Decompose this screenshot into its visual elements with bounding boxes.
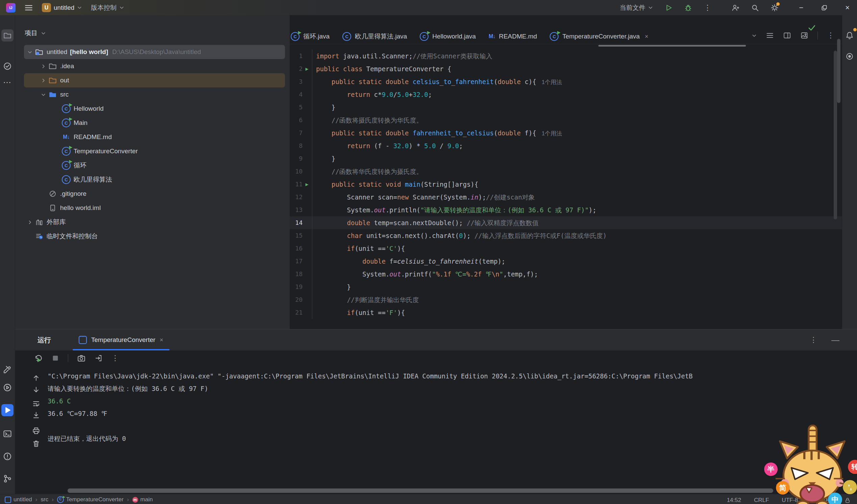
tree-item-README.md[interactable]: M↓README.md <box>24 130 285 144</box>
ime-badge-中[interactable]: 中 <box>828 492 842 504</box>
run-line-icon[interactable]: ▶ <box>303 63 311 75</box>
code-line-8[interactable]: 8 return (f - 32.0) * 5.0 / 9.0; <box>290 139 842 152</box>
chevron-down-icon[interactable] <box>41 31 46 36</box>
main-menu-icon[interactable] <box>24 3 33 12</box>
editor-scrollbar[interactable] <box>834 51 837 219</box>
code-line-20[interactable]: 20 //判断温度并输出华氏度 <box>290 293 842 306</box>
tab-close-icon[interactable]: × <box>645 33 649 40</box>
tree-item-Helloworld[interactable]: C▶Helloworld <box>24 102 285 116</box>
add-user-icon[interactable] <box>732 4 739 12</box>
commit-tool-icon[interactable] <box>1 60 14 72</box>
tree-item-hello world.iml[interactable]: hello world.iml <box>24 201 285 215</box>
run-line-icon[interactable]: ▶ <box>303 178 311 191</box>
ime-badge-’,[interactable]: ’, <box>843 480 857 494</box>
code-line-2[interactable]: 2▶public class TemperatureConverter { <box>290 63 842 75</box>
stop-button[interactable] <box>52 354 59 362</box>
breadcrumb-TemperatureConverter[interactable]: C▶TemperatureConverter <box>57 496 123 503</box>
run-tool-icon[interactable] <box>1 404 14 416</box>
vcs-widget[interactable]: 版本控制 <box>91 3 124 12</box>
console-more-icon[interactable]: ⋮ <box>112 354 119 363</box>
tree-item-外部库[interactable]: 外部库 <box>24 215 285 229</box>
export-console-button[interactable] <box>95 354 103 362</box>
code-line-6[interactable]: 6 //函数将摄氏度转换为华氏度。 <box>290 114 842 127</box>
tree-item-out[interactable]: out <box>24 73 285 87</box>
ime-badge-简[interactable]: 简 <box>776 481 789 494</box>
terminal-tool-icon[interactable] <box>1 428 14 440</box>
run-config-selector[interactable]: 当前文件 <box>620 3 653 12</box>
code-line-7[interactable]: 7 public static double fahrenheit_to_cel… <box>290 127 842 139</box>
editor-tab-Helloworld.java[interactable]: C▶Helloworld.java <box>413 29 482 44</box>
editor-tab-循环.java[interactable]: C▶循环.java <box>284 29 336 44</box>
services-tool-icon[interactable] <box>1 382 14 393</box>
code-line-1[interactable]: 1import java.util.Scanner;//使用Scanner类获取… <box>290 50 842 63</box>
line-ending[interactable]: CRLF <box>754 497 769 504</box>
open-in-preview-icon[interactable] <box>800 31 808 39</box>
hide-tabs-chevron-icon[interactable] <box>752 33 757 38</box>
tree-item-TemperatureConverter[interactable]: C▶TemperatureConverter <box>24 144 285 158</box>
breadcrumb-main[interactable]: mmain <box>132 496 153 503</box>
rerun-button[interactable] <box>34 354 43 363</box>
clear-console-icon[interactable] <box>32 439 40 448</box>
code-line-5[interactable]: 5 } <box>290 101 842 114</box>
tree-item-.idea[interactable]: .idea <box>24 59 285 73</box>
code-line-18[interactable]: 18 System.out.printf("%.1f ℃=%.2f ℉\n",t… <box>290 268 842 281</box>
tree-item-欧几里得算法[interactable]: C欧几里得算法 <box>24 172 285 187</box>
code-line-11[interactable]: 11▶ public static void main(String[]args… <box>290 178 842 191</box>
code-line-19[interactable]: 19 } <box>290 281 842 293</box>
caret-position[interactable]: 14:52 <box>727 497 741 504</box>
more-actions-icon[interactable]: ⋮ <box>704 3 711 12</box>
print-console-icon[interactable] <box>32 427 40 435</box>
search-icon[interactable] <box>751 4 759 12</box>
code-editor[interactable]: 1import java.util.Scanner;//使用Scanner类获取… <box>290 44 842 319</box>
tree-item-.gitignore[interactable]: .gitignore <box>24 187 285 201</box>
tree-item-src[interactable]: src <box>24 87 285 102</box>
breadcrumb-src[interactable]: src <box>41 496 49 503</box>
window-minimize-button[interactable]: − <box>799 3 803 12</box>
ime-badge-半[interactable]: 半 <box>764 463 778 476</box>
project-widget[interactable]: U untitled <box>42 3 82 12</box>
split-editor-icon[interactable] <box>783 31 791 39</box>
code-line-14[interactable]: 14 double temp=scan.nextDouble(); //输入双精… <box>290 216 842 229</box>
code-line-3[interactable]: 3 public static double celsius_to_fahren… <box>290 75 842 88</box>
breadcrumb-untitled[interactable]: untitled <box>5 496 32 503</box>
code-line-15[interactable]: 15 char unit=scan.next().charAt(0); //输入… <box>290 229 842 242</box>
editor-tab-欧几里得算法.java[interactable]: C欧几里得算法.java <box>336 29 413 44</box>
window-close-button[interactable]: × <box>845 3 850 12</box>
editor-more-icon[interactable]: ⋮ <box>827 31 834 40</box>
run-panel-minimize-icon[interactable]: — <box>831 335 839 345</box>
code-line-4[interactable]: 4 return c*9.0/5.0+32.0; <box>290 88 842 101</box>
console-output[interactable]: "C:\Program Files\Java\jdk-22\bin\java.e… <box>48 370 850 487</box>
code-line-10[interactable]: 10 //函数将华氏度转换为摄氏度。 <box>290 165 842 178</box>
code-line-17[interactable]: 17 double f=celsius_to_fahrenheit(temp); <box>290 255 842 268</box>
screenshot-button[interactable] <box>77 354 86 363</box>
run-tab[interactable]: TemperatureConverter × <box>72 330 169 350</box>
debug-button[interactable] <box>684 4 692 12</box>
console-scrollbar[interactable] <box>837 39 840 103</box>
editor-tab-TemperatureConverter.java[interactable]: C▶TemperatureConverter.java× <box>543 29 655 44</box>
code-line-16[interactable]: 16 if(unit =='C'){ <box>290 242 842 255</box>
chevron-right-icon[interactable] <box>39 64 48 69</box>
code-line-21[interactable]: 21 if(unit =='F'){ <box>290 306 842 319</box>
tree-item-Main[interactable]: C▶Main <box>24 116 285 130</box>
run-button[interactable] <box>665 4 673 12</box>
code-line-12[interactable]: 12 Scanner scan=new Scanner(System.in);/… <box>290 191 842 204</box>
tab-list-icon[interactable] <box>766 31 774 39</box>
version-control-tool-icon[interactable] <box>1 473 14 485</box>
run-tab-close-icon[interactable]: × <box>160 337 164 343</box>
project-tool-icon[interactable] <box>1 29 14 41</box>
code-line-9[interactable]: 9 } <box>290 152 842 165</box>
notifications-icon[interactable] <box>843 29 856 41</box>
problems-tool-icon[interactable] <box>1 450 14 463</box>
editor-tab-README.md[interactable]: M↓README.md <box>482 29 543 44</box>
code-line-13[interactable]: 13 System.out.println("请输入要转换的温度和单位：(例如 … <box>290 204 842 216</box>
tree-item-临时文件和控制台[interactable]: 临时文件和控制台 <box>24 229 285 243</box>
chevron-down-icon[interactable] <box>39 92 48 97</box>
more-tools-icon[interactable]: ⋯ <box>1 76 14 88</box>
chevron-right-icon[interactable] <box>39 78 48 83</box>
tree-item-untitled[interactable]: untitled[hello world]D:\ASUS\Desktop\Jav… <box>24 45 285 59</box>
run-panel-more-icon[interactable]: ⋮ <box>810 336 817 344</box>
assistant-icon[interactable] <box>843 50 856 63</box>
console-horizontal-scrollbar[interactable] <box>68 488 773 493</box>
soft-wrap-icon[interactable] <box>32 400 40 408</box>
build-tool-icon[interactable] <box>1 364 14 376</box>
